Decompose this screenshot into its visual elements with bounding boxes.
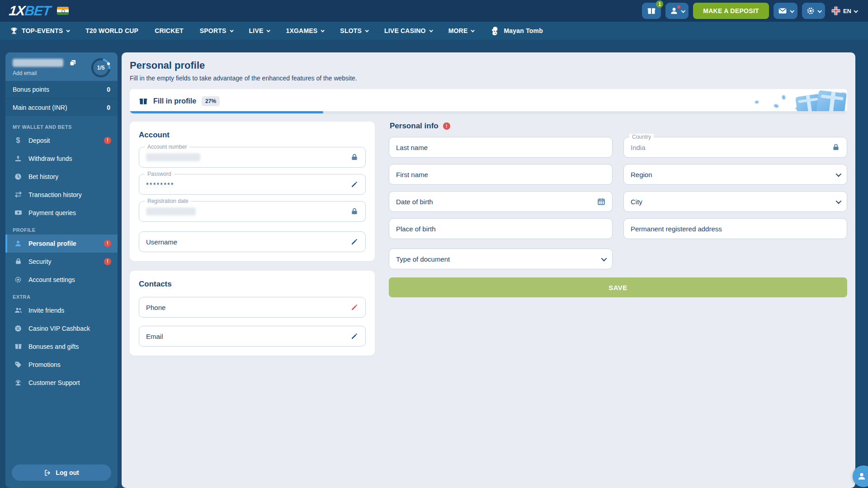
account-menu-button[interactable] bbox=[665, 3, 689, 19]
account-summary: Add email 1/5 bbox=[5, 52, 118, 81]
password-field[interactable]: Password ******** bbox=[139, 174, 366, 195]
uk-flag-icon bbox=[831, 6, 840, 15]
edit-pencil-icon[interactable] bbox=[350, 332, 359, 340]
logo-bet: BET bbox=[24, 3, 52, 19]
last-name-field[interactable]: Last name bbox=[389, 137, 613, 158]
banner-label: Fill in profile bbox=[153, 97, 196, 105]
personal-info-heading: Personal info bbox=[390, 122, 439, 131]
sidebar-item-deposit[interactable]: $ Deposit ! bbox=[5, 131, 118, 150]
country-field: Country India bbox=[623, 137, 847, 158]
redacted-account-id bbox=[13, 59, 63, 67]
edit-pencil-icon[interactable] bbox=[350, 180, 359, 188]
date-of-birth-field[interactable]: Date of birth bbox=[389, 191, 613, 212]
language-selector[interactable]: EN bbox=[830, 6, 859, 15]
sidebar-item-customer-support[interactable]: Customer Support bbox=[5, 374, 118, 392]
chevron-down-icon bbox=[790, 8, 794, 13]
gear-icon bbox=[14, 276, 22, 284]
edit-pencil-icon-red[interactable] bbox=[350, 303, 359, 311]
withdraw-icon bbox=[14, 155, 22, 163]
sidebar-item-bonuses-and-gifts[interactable]: Bonuses and gifts bbox=[5, 338, 118, 356]
contacts-heading: Contacts bbox=[139, 280, 366, 289]
make-deposit-button[interactable]: MAKE A DEPOSIT bbox=[693, 3, 769, 19]
bonus-points-row: Bonus points 0 bbox=[5, 81, 118, 99]
place-of-birth-field[interactable]: Place of birth bbox=[389, 218, 613, 239]
redacted-value bbox=[146, 207, 196, 216]
chevron-down-icon bbox=[365, 28, 368, 32]
nav-mayan-tomb[interactable]: Mayan Tomb bbox=[490, 26, 543, 36]
contacts-card: Contacts Phone Email bbox=[130, 271, 375, 356]
person-icon bbox=[14, 239, 22, 248]
logo[interactable]: 1XBET bbox=[8, 3, 51, 19]
page-title: Personal profile bbox=[130, 60, 847, 71]
section-wallet-label: MY WALLET AND BETS bbox=[5, 119, 118, 131]
account-heading: Account bbox=[139, 131, 366, 140]
sidebar: Add email 1/5 Bonus points 0 Main accoun… bbox=[5, 52, 118, 488]
sidebar-item-bet-history[interactable]: Bet history bbox=[5, 168, 118, 186]
first-name-field[interactable]: First name bbox=[389, 164, 613, 185]
email-field[interactable]: Email bbox=[139, 326, 366, 347]
chevron-down-icon bbox=[854, 8, 858, 13]
chevron-down-icon bbox=[66, 28, 70, 32]
notification-dot bbox=[677, 5, 680, 9]
profile-percent-badge: 27% bbox=[202, 96, 220, 106]
country-value: India bbox=[631, 144, 646, 151]
chevron-down-icon bbox=[836, 171, 842, 177]
gift-count-badge: 1 bbox=[656, 0, 663, 8]
nav-slots[interactable]: SLOTS bbox=[340, 27, 368, 34]
sidebar-item-transaction-history[interactable]: Transaction history bbox=[5, 186, 118, 204]
save-button[interactable]: SAVE bbox=[389, 277, 847, 297]
logout-button[interactable]: Log out bbox=[12, 465, 111, 481]
gift-icon bbox=[14, 343, 22, 350]
profile-progress-ring: 1/5 bbox=[90, 57, 111, 78]
copy-icon[interactable] bbox=[69, 59, 77, 67]
main-panel: Personal profile Fill in the empty field… bbox=[122, 52, 855, 488]
nav-cricket[interactable]: CRICKET bbox=[155, 27, 184, 34]
nav-1xgames[interactable]: 1XGAMES bbox=[286, 27, 324, 34]
main-nav: TOP-EVENTS T20 WORLD CUP CRICKET SPORTS … bbox=[0, 22, 868, 40]
phone-field[interactable]: Phone bbox=[139, 297, 366, 318]
profile-progress-bar bbox=[130, 111, 847, 113]
nav-t20-world-cup[interactable]: T20 WORLD CUP bbox=[85, 27, 138, 34]
sidebar-item-payment-queries[interactable]: Payment queries bbox=[5, 204, 118, 222]
gifts-button[interactable]: 1 bbox=[642, 3, 661, 19]
nav-top-events[interactable]: TOP-EVENTS bbox=[10, 27, 69, 35]
settings-button[interactable] bbox=[802, 3, 825, 19]
chevron-down-icon bbox=[230, 28, 233, 32]
sidebar-item-account-settings[interactable]: Account settings bbox=[5, 271, 118, 289]
sidebar-item-personal-profile[interactable]: Personal profile ! bbox=[5, 235, 118, 253]
region-select[interactable]: Region bbox=[623, 164, 847, 185]
main-account-value: 0 bbox=[107, 104, 110, 111]
city-select[interactable]: City bbox=[623, 191, 847, 212]
nav-live-casino[interactable]: LIVE CASINO bbox=[384, 27, 432, 34]
nav-live[interactable]: LIVE bbox=[249, 27, 270, 34]
progress-label: 1/5 bbox=[90, 57, 111, 78]
gift-icon bbox=[647, 6, 656, 15]
sidebar-item-casino-vip-cashback[interactable]: Casino VIP Cashback bbox=[5, 319, 118, 338]
alert-badge: ! bbox=[104, 137, 111, 144]
calendar-icon[interactable] bbox=[597, 197, 605, 206]
fill-in-profile-banner[interactable]: Fill in profile 27% bbox=[130, 89, 847, 113]
tag-icon bbox=[14, 361, 22, 369]
trophy-icon bbox=[10, 27, 18, 35]
sidebar-item-promotions[interactable]: Promotions bbox=[5, 356, 118, 374]
headset-icon bbox=[14, 379, 22, 387]
language-code: EN bbox=[843, 8, 851, 14]
messages-button[interactable] bbox=[774, 3, 797, 19]
username-field[interactable]: Username bbox=[139, 231, 366, 252]
sidebar-item-withdraw-funds[interactable]: Withdraw funds bbox=[5, 150, 118, 168]
redacted-value bbox=[146, 153, 200, 161]
envelope-icon bbox=[778, 6, 788, 15]
nav-more[interactable]: MORE bbox=[448, 27, 474, 34]
alert-badge: ! bbox=[104, 258, 111, 265]
edit-pencil-icon[interactable] bbox=[350, 238, 359, 246]
account-number-field: Account number bbox=[139, 147, 366, 168]
chevron-down-icon bbox=[429, 28, 433, 32]
sidebar-item-invite-friends[interactable]: Invite friends bbox=[5, 301, 118, 319]
document-type-select[interactable]: Type of document bbox=[389, 249, 613, 269]
sidebar-item-security[interactable]: Security ! bbox=[5, 253, 118, 271]
address-field[interactable]: Permanent registered address bbox=[623, 218, 847, 239]
banknote-icon bbox=[14, 208, 23, 217]
person-icon bbox=[857, 471, 867, 481]
nav-sports[interactable]: SPORTS bbox=[200, 27, 233, 34]
logo-1x: 1X bbox=[8, 3, 25, 19]
